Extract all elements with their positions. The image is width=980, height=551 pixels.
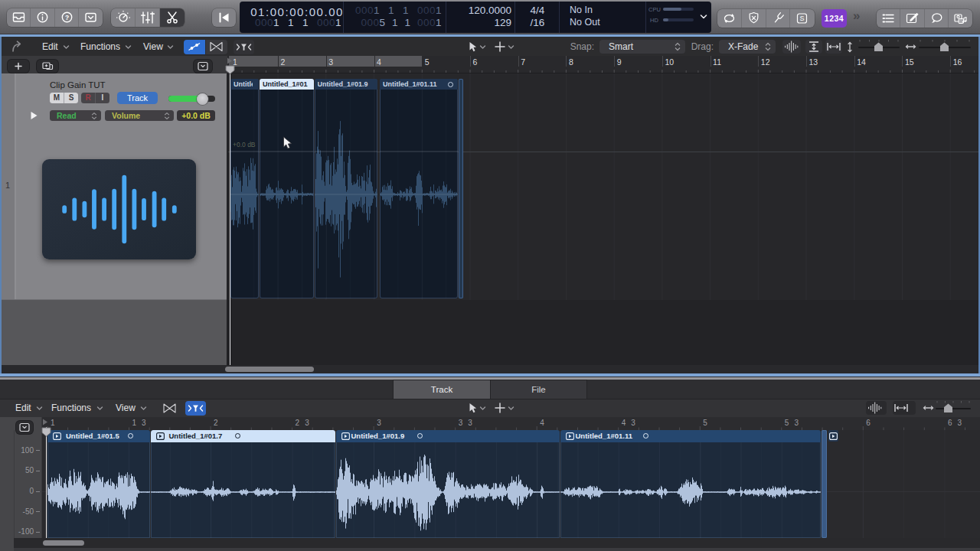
svg-text:S: S bbox=[800, 15, 805, 22]
svg-text:?: ? bbox=[64, 14, 68, 21]
